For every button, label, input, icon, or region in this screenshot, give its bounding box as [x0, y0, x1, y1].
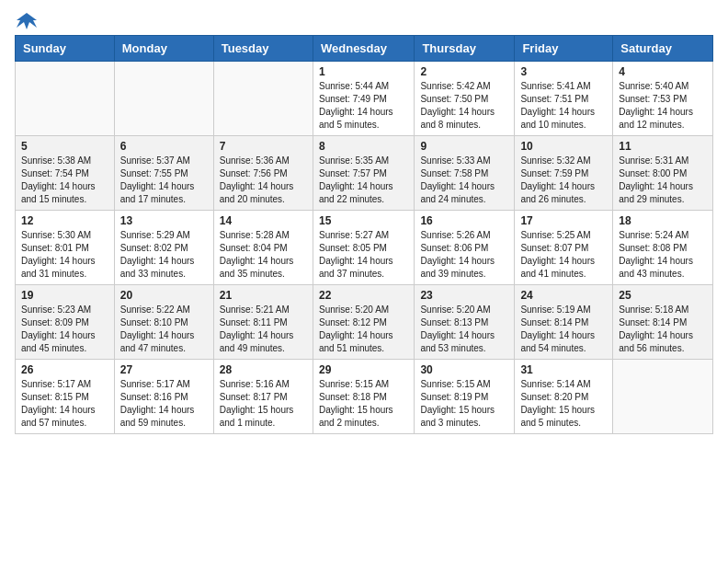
calendar-day-cell: 27Sunrise: 5:17 AM Sunset: 8:16 PM Dayli… — [114, 360, 213, 434]
calendar-day-cell: 26Sunrise: 5:17 AM Sunset: 8:15 PM Dayli… — [16, 360, 115, 434]
calendar-day-cell: 23Sunrise: 5:20 AM Sunset: 8:13 PM Dayli… — [415, 285, 515, 360]
day-info: Sunrise: 5:40 AM Sunset: 7:53 PM Dayligh… — [619, 80, 707, 132]
day-info: Sunrise: 5:22 AM Sunset: 8:10 PM Dayligh… — [120, 304, 208, 355]
calendar-day-cell: 14Sunrise: 5:28 AM Sunset: 8:04 PM Dayli… — [213, 211, 313, 285]
day-number: 15 — [319, 214, 408, 227]
day-number: 14 — [220, 214, 307, 227]
day-info: Sunrise: 5:36 AM Sunset: 7:56 PM Dayligh… — [220, 155, 307, 206]
calendar-day-cell: 5Sunrise: 5:38 AM Sunset: 7:54 PM Daylig… — [16, 136, 115, 211]
calendar-day-cell: 8Sunrise: 5:35 AM Sunset: 7:57 PM Daylig… — [313, 136, 414, 211]
day-number: 11 — [619, 140, 707, 153]
day-number: 22 — [319, 289, 408, 302]
empty-day-cell — [213, 62, 313, 136]
day-info: Sunrise: 5:14 AM Sunset: 8:20 PM Dayligh… — [520, 378, 607, 430]
day-info: Sunrise: 5:18 AM Sunset: 8:14 PM Dayligh… — [619, 304, 707, 355]
calendar-day-cell: 13Sunrise: 5:29 AM Sunset: 8:02 PM Dayli… — [114, 211, 213, 285]
calendar-week-row: 26Sunrise: 5:17 AM Sunset: 8:15 PM Dayli… — [16, 360, 713, 434]
calendar-day-cell: 3Sunrise: 5:41 AM Sunset: 7:51 PM Daylig… — [515, 62, 613, 136]
day-number: 18 — [619, 214, 707, 227]
day-info: Sunrise: 5:21 AM Sunset: 8:11 PM Dayligh… — [220, 304, 307, 355]
logo — [15, 15, 37, 28]
day-number: 2 — [420, 65, 508, 78]
day-info: Sunrise: 5:25 AM Sunset: 8:07 PM Dayligh… — [520, 229, 607, 281]
day-number: 28 — [220, 363, 307, 376]
weekday-header-row: SundayMondayTuesdayWednesdayThursdayFrid… — [16, 36, 713, 62]
calendar-day-cell: 2Sunrise: 5:42 AM Sunset: 7:50 PM Daylig… — [415, 62, 515, 136]
calendar-day-cell: 15Sunrise: 5:27 AM Sunset: 8:05 PM Dayli… — [313, 211, 414, 285]
day-info: Sunrise: 5:35 AM Sunset: 7:57 PM Dayligh… — [319, 155, 408, 206]
day-number: 29 — [319, 363, 408, 376]
calendar-day-cell: 7Sunrise: 5:36 AM Sunset: 7:56 PM Daylig… — [213, 136, 313, 211]
empty-day-cell — [114, 62, 213, 136]
day-info: Sunrise: 5:33 AM Sunset: 7:58 PM Dayligh… — [420, 155, 508, 206]
weekday-header-monday: Monday — [114, 36, 213, 62]
calendar-day-cell: 6Sunrise: 5:37 AM Sunset: 7:55 PM Daylig… — [114, 136, 213, 211]
calendar-day-cell: 17Sunrise: 5:25 AM Sunset: 8:07 PM Dayli… — [515, 211, 613, 285]
calendar-day-cell: 30Sunrise: 5:15 AM Sunset: 8:19 PM Dayli… — [415, 360, 515, 434]
calendar-day-cell: 22Sunrise: 5:20 AM Sunset: 8:12 PM Dayli… — [313, 285, 414, 360]
weekday-header-friday: Friday — [515, 36, 613, 62]
day-number: 27 — [120, 363, 208, 376]
calendar-week-row: 5Sunrise: 5:38 AM Sunset: 7:54 PM Daylig… — [16, 136, 713, 211]
day-number: 13 — [120, 214, 208, 227]
day-number: 5 — [21, 140, 108, 153]
day-info: Sunrise: 5:24 AM Sunset: 8:08 PM Dayligh… — [619, 229, 707, 281]
calendar-day-cell: 10Sunrise: 5:32 AM Sunset: 7:59 PM Dayli… — [515, 136, 613, 211]
logo-bird-icon — [17, 11, 37, 31]
calendar-day-cell: 31Sunrise: 5:14 AM Sunset: 8:20 PM Dayli… — [515, 360, 613, 434]
day-info: Sunrise: 5:37 AM Sunset: 7:55 PM Dayligh… — [120, 155, 208, 206]
calendar-day-cell: 11Sunrise: 5:31 AM Sunset: 8:00 PM Dayli… — [613, 136, 713, 211]
calendar-day-cell: 28Sunrise: 5:16 AM Sunset: 8:17 PM Dayli… — [213, 360, 313, 434]
day-number: 30 — [420, 363, 508, 376]
weekday-header-thursday: Thursday — [415, 36, 515, 62]
day-number: 12 — [21, 214, 108, 227]
day-number: 3 — [520, 65, 607, 78]
day-info: Sunrise: 5:41 AM Sunset: 7:51 PM Dayligh… — [520, 80, 607, 132]
day-info: Sunrise: 5:30 AM Sunset: 8:01 PM Dayligh… — [21, 229, 108, 281]
calendar-day-cell: 9Sunrise: 5:33 AM Sunset: 7:58 PM Daylig… — [415, 136, 515, 211]
day-number: 8 — [319, 140, 408, 153]
day-info: Sunrise: 5:20 AM Sunset: 8:12 PM Dayligh… — [319, 304, 408, 355]
day-info: Sunrise: 5:31 AM Sunset: 8:00 PM Dayligh… — [619, 155, 707, 206]
calendar-day-cell: 29Sunrise: 5:15 AM Sunset: 8:18 PM Dayli… — [313, 360, 414, 434]
calendar-day-cell: 16Sunrise: 5:26 AM Sunset: 8:06 PM Dayli… — [415, 211, 515, 285]
weekday-header-wednesday: Wednesday — [313, 36, 414, 62]
empty-day-cell — [613, 360, 713, 434]
calendar-week-row: 1Sunrise: 5:44 AM Sunset: 7:49 PM Daylig… — [16, 62, 713, 136]
calendar-day-cell: 4Sunrise: 5:40 AM Sunset: 7:53 PM Daylig… — [613, 62, 713, 136]
calendar-day-cell: 20Sunrise: 5:22 AM Sunset: 8:10 PM Dayli… — [114, 285, 213, 360]
day-info: Sunrise: 5:44 AM Sunset: 7:49 PM Dayligh… — [319, 80, 408, 132]
day-number: 25 — [619, 289, 707, 302]
calendar-day-cell: 21Sunrise: 5:21 AM Sunset: 8:11 PM Dayli… — [213, 285, 313, 360]
day-number: 20 — [120, 289, 208, 302]
calendar-week-row: 12Sunrise: 5:30 AM Sunset: 8:01 PM Dayli… — [16, 211, 713, 285]
day-number: 9 — [420, 140, 508, 153]
day-number: 17 — [520, 214, 607, 227]
page-header — [15, 15, 713, 28]
weekday-header-sunday: Sunday — [16, 36, 115, 62]
day-info: Sunrise: 5:16 AM Sunset: 8:17 PM Dayligh… — [220, 378, 307, 430]
svg-marker-0 — [17, 13, 37, 29]
day-number: 7 — [220, 140, 307, 153]
calendar-day-cell: 12Sunrise: 5:30 AM Sunset: 8:01 PM Dayli… — [16, 211, 115, 285]
day-number: 10 — [520, 140, 607, 153]
day-number: 16 — [420, 214, 508, 227]
day-number: 21 — [220, 289, 307, 302]
day-info: Sunrise: 5:17 AM Sunset: 8:15 PM Dayligh… — [21, 378, 108, 430]
calendar-day-cell: 25Sunrise: 5:18 AM Sunset: 8:14 PM Dayli… — [613, 285, 713, 360]
day-info: Sunrise: 5:17 AM Sunset: 8:16 PM Dayligh… — [120, 378, 208, 430]
weekday-header-saturday: Saturday — [613, 36, 713, 62]
day-info: Sunrise: 5:23 AM Sunset: 8:09 PM Dayligh… — [21, 304, 108, 355]
day-info: Sunrise: 5:15 AM Sunset: 8:19 PM Dayligh… — [420, 378, 508, 430]
calendar-day-cell: 24Sunrise: 5:19 AM Sunset: 8:14 PM Dayli… — [515, 285, 613, 360]
day-info: Sunrise: 5:20 AM Sunset: 8:13 PM Dayligh… — [420, 304, 508, 355]
day-number: 1 — [319, 65, 408, 78]
day-number: 31 — [520, 363, 607, 376]
empty-day-cell — [16, 62, 115, 136]
day-info: Sunrise: 5:27 AM Sunset: 8:05 PM Dayligh… — [319, 229, 408, 281]
day-number: 23 — [420, 289, 508, 302]
day-info: Sunrise: 5:32 AM Sunset: 7:59 PM Dayligh… — [520, 155, 607, 206]
day-info: Sunrise: 5:15 AM Sunset: 8:18 PM Dayligh… — [319, 378, 408, 430]
calendar-day-cell: 19Sunrise: 5:23 AM Sunset: 8:09 PM Dayli… — [16, 285, 115, 360]
day-number: 4 — [619, 65, 707, 78]
